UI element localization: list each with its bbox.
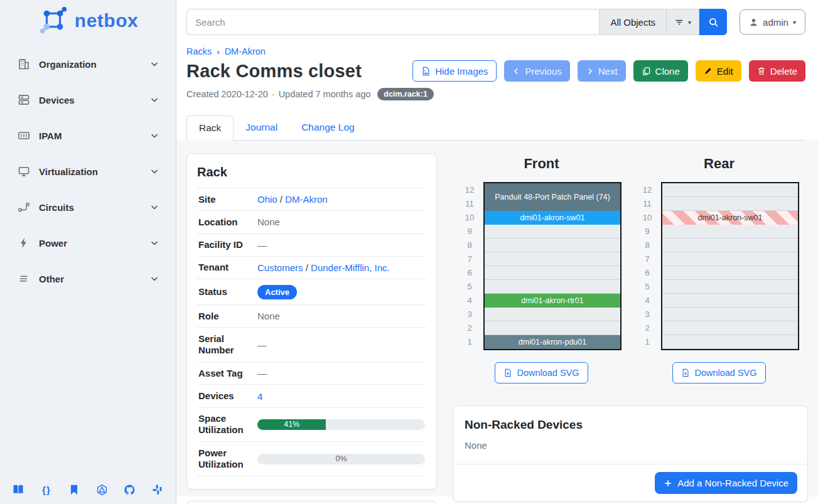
field-label: Power Utilization bbox=[198, 448, 257, 471]
devices-count-link[interactable]: 4 bbox=[257, 391, 262, 402]
field-value: — bbox=[257, 340, 425, 350]
sidebar-item-circuits[interactable]: Circuits bbox=[5, 195, 171, 220]
rack-empty-unit[interactable] bbox=[662, 280, 798, 294]
rack-empty-unit[interactable] bbox=[662, 266, 798, 280]
front-download-svg-button[interactable]: Download SVG bbox=[495, 362, 588, 383]
docs-book-icon[interactable] bbox=[12, 483, 24, 496]
rack-device[interactable]: dmi01-akron-sw01 bbox=[485, 211, 620, 225]
previous-button[interactable]: Previous bbox=[504, 60, 569, 82]
sidebar-item-devices[interactable]: Devices bbox=[5, 87, 171, 112]
rack-device[interactable]: Panduit 48-Port Patch Panel (74) bbox=[485, 183, 620, 211]
plus-icon bbox=[664, 479, 672, 488]
search-input[interactable] bbox=[186, 9, 599, 35]
bookmark-icon[interactable] bbox=[68, 483, 80, 496]
field-label: Serial Number bbox=[198, 333, 257, 357]
pencil-icon bbox=[704, 67, 713, 75]
hide-images-button[interactable]: Hide Images bbox=[412, 60, 497, 82]
tab-journal[interactable]: Journal bbox=[234, 115, 289, 140]
status-badge: Active bbox=[257, 285, 297, 299]
rack-empty-unit[interactable] bbox=[662, 308, 798, 321]
search-scope-label: All Objects bbox=[610, 17, 655, 28]
search-filter-button[interactable]: ▾ bbox=[666, 9, 699, 35]
front-elevation-title: Front bbox=[524, 156, 559, 172]
rack-empty-unit[interactable] bbox=[662, 225, 798, 239]
rack-device[interactable]: dmi01-akron-sw01 bbox=[662, 211, 798, 225]
rack-empty-unit[interactable] bbox=[485, 321, 620, 335]
rack-empty-unit[interactable] bbox=[485, 280, 620, 294]
rack-unit-number: 12 bbox=[639, 183, 655, 197]
github-icon[interactable] bbox=[124, 483, 136, 496]
rack-empty-unit[interactable] bbox=[662, 197, 798, 211]
delete-button[interactable]: Delete bbox=[749, 60, 805, 82]
rack-unit-number: 12 bbox=[461, 183, 478, 197]
tab-rack[interactable]: Rack bbox=[186, 115, 234, 141]
edit-button[interactable]: Edit bbox=[696, 60, 741, 82]
sidebar-item-power[interactable]: Power bbox=[5, 230, 171, 255]
object-id-badge: dcim.rack:1 bbox=[377, 88, 433, 100]
rack-unit-number: 7 bbox=[461, 252, 478, 266]
chevron-left-icon bbox=[512, 67, 520, 75]
user-icon bbox=[749, 18, 758, 27]
tab-changelog[interactable]: Change Log bbox=[289, 115, 366, 140]
sidebar-item-label: Devices bbox=[39, 95, 75, 105]
field-site: Site Ohio / DM-Akron bbox=[197, 188, 426, 210]
netbox-logo[interactable]: netbox bbox=[0, 0, 176, 38]
field-serial-number: Serial Number — bbox=[197, 327, 426, 362]
rack-empty-unit[interactable] bbox=[662, 239, 798, 252]
field-value: — bbox=[257, 240, 425, 250]
tenant-link[interactable]: Dunder-Mifflin, Inc. bbox=[311, 262, 390, 273]
rack-empty-unit[interactable] bbox=[662, 252, 798, 266]
sidebar-item-label: Other bbox=[39, 274, 64, 284]
rack-empty-unit[interactable] bbox=[485, 239, 620, 252]
rack-empty-unit[interactable] bbox=[485, 225, 620, 239]
chevron-down-icon bbox=[149, 131, 159, 141]
graphql-icon[interactable] bbox=[95, 483, 108, 496]
site-link[interactable]: DM-Akron bbox=[285, 194, 328, 205]
power-utilization-label: 0% bbox=[257, 454, 425, 464]
rack-empty-unit[interactable] bbox=[662, 321, 798, 335]
search-submit-button[interactable] bbox=[699, 9, 727, 35]
rack-empty-unit[interactable] bbox=[662, 294, 798, 308]
action-buttons: Hide Images Previous Next Clone Edit bbox=[412, 60, 805, 82]
api-braces-icon[interactable]: { } bbox=[40, 483, 52, 496]
field-value: — bbox=[257, 368, 425, 378]
rack-unit-number: 3 bbox=[461, 308, 478, 321]
rack-empty-unit[interactable] bbox=[485, 308, 620, 321]
site-region-link[interactable]: Ohio bbox=[257, 194, 277, 205]
rack-empty-unit[interactable] bbox=[485, 252, 620, 266]
rack-unit-number: 6 bbox=[461, 266, 478, 280]
download-svg-label: Download SVG bbox=[694, 368, 756, 378]
search-scope-button[interactable]: All Objects bbox=[599, 9, 666, 35]
slack-icon[interactable] bbox=[151, 483, 164, 496]
user-menu-button[interactable]: admin ▾ bbox=[740, 9, 805, 35]
rack-device[interactable]: dmi01-akron-pdu01 bbox=[485, 335, 620, 349]
sidebar: netbox Organization Devices IPAM Virtual… bbox=[0, 0, 176, 504]
next-button[interactable]: Next bbox=[578, 60, 626, 82]
non-racked-title: Non-Racked Devices bbox=[453, 406, 807, 432]
building-icon bbox=[18, 58, 30, 70]
add-non-racked-device-button[interactable]: Add a Non-Racked Device bbox=[655, 472, 797, 494]
tenant-group-link[interactable]: Customers bbox=[257, 262, 303, 273]
rack-empty-unit[interactable] bbox=[485, 266, 620, 280]
sidebar-item-organization[interactable]: Organization bbox=[5, 51, 171, 77]
counter-icon bbox=[18, 129, 30, 142]
breadcrumb-racks-link[interactable]: Racks bbox=[186, 46, 212, 56]
sidebar-item-ipam[interactable]: IPAM bbox=[5, 123, 171, 148]
value-separator: / bbox=[280, 194, 283, 205]
rack-device[interactable]: dmi01-akron-rtr01 bbox=[485, 294, 620, 308]
rack-unit-number: 5 bbox=[639, 280, 655, 294]
rear-download-svg-button[interactable]: Download SVG bbox=[672, 362, 765, 383]
rack-unit-number: 7 bbox=[639, 252, 655, 266]
sidebar-item-label: IPAM bbox=[39, 131, 62, 141]
value-separator: / bbox=[306, 262, 308, 273]
breadcrumb: Racks › DM-Akron bbox=[186, 46, 805, 56]
clone-button[interactable]: Clone bbox=[633, 60, 688, 82]
breadcrumb-site-link[interactable]: DM-Akron bbox=[225, 46, 266, 56]
rack-empty-unit[interactable] bbox=[662, 183, 798, 197]
server-icon bbox=[18, 94, 30, 106]
sidebar-item-other[interactable]: Other bbox=[5, 266, 171, 291]
sidebar-item-virtualization[interactable]: Virtualization bbox=[5, 159, 171, 184]
rack-empty-unit[interactable] bbox=[662, 335, 798, 349]
rack-card-title: Rack bbox=[197, 165, 426, 180]
field-location: Location None bbox=[197, 210, 426, 233]
